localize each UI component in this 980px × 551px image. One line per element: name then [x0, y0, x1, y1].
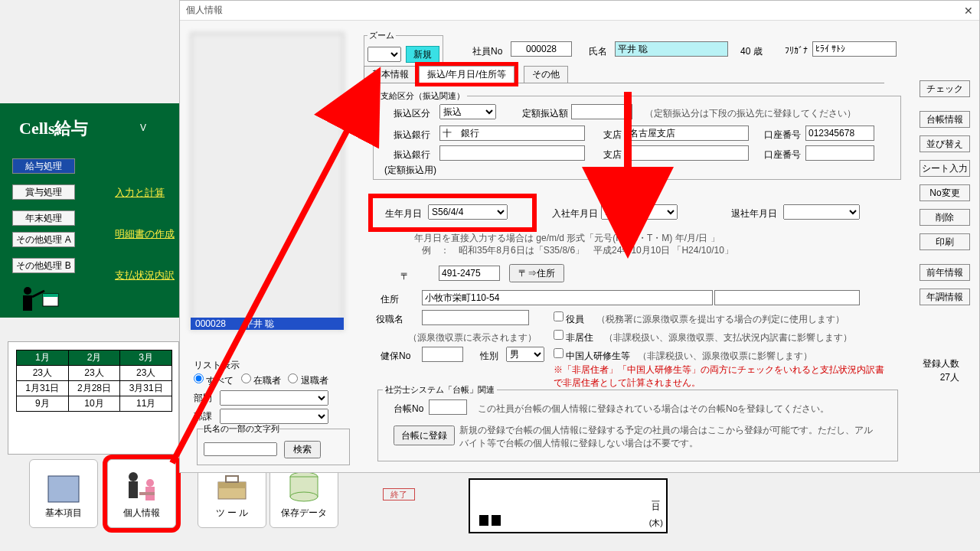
- zoom-group: ズーム 新規: [364, 30, 443, 67]
- fixed-amount-field[interactable]: [571, 104, 632, 119]
- building-icon: [44, 468, 83, 505]
- zip-to-addr-button[interactable]: 〒⇒住所: [509, 264, 564, 282]
- svg-rect-18: [218, 482, 246, 488]
- reg-count: 27人: [940, 371, 959, 384]
- svg-rect-13: [129, 481, 138, 498]
- dialog-titlebar: 個人情報 ✕: [180, 1, 979, 21]
- section-select[interactable]: [220, 409, 328, 424]
- name-field[interactable]: [615, 41, 728, 57]
- rbtn-sheet-input[interactable]: シート入力: [920, 160, 970, 177]
- svg-rect-8: [67, 481, 71, 485]
- dob-select[interactable]: S56/4/4: [428, 204, 508, 220]
- btn-personal-info[interactable]: 個人情報: [107, 459, 176, 528]
- list-filter-label: リスト表示: [194, 359, 347, 372]
- zip-label: 〒: [400, 270, 410, 283]
- tab-basic[interactable]: 基本情報: [364, 66, 417, 83]
- svg-rect-11: [67, 488, 71, 493]
- bank2-field[interactable]: [439, 145, 585, 161]
- svg-rect-3: [23, 295, 32, 311]
- addr2-field[interactable]: [714, 290, 860, 305]
- branch1-field[interactable]: [626, 126, 749, 141]
- svg-point-22: [290, 492, 318, 501]
- hire-label: 入社年月日: [552, 207, 598, 220]
- zoom-select[interactable]: [368, 47, 401, 62]
- app-title: Cells給与: [19, 117, 88, 140]
- tab-bank-date-addr[interactable]: 振込/年月日/住所等: [419, 66, 514, 83]
- bank1-field[interactable]: [439, 126, 585, 141]
- side-btn-bonus[interactable]: 賞与処理: [12, 184, 75, 200]
- svg-rect-16: [139, 492, 155, 495]
- link-meisai[interactable]: 明細書の作成: [115, 227, 175, 241]
- radio-active[interactable]: 在職者: [241, 375, 281, 386]
- side-btn-other-b[interactable]: その他処理 B: [12, 258, 75, 273]
- retire-select[interactable]: [783, 204, 860, 220]
- rbtn-check[interactable]: チェック: [920, 80, 970, 97]
- name-search-input[interactable]: [204, 442, 277, 456]
- addr-field[interactable]: [422, 290, 713, 305]
- toolbox-icon: [212, 468, 252, 505]
- yakuin-check[interactable]: [554, 311, 564, 321]
- name-search-group: 氏名の一部の文字列 検索: [197, 423, 350, 465]
- side-btn-yearend[interactable]: 年末処理: [12, 210, 75, 226]
- pay-kubun-select[interactable]: 振込: [439, 104, 496, 119]
- rbtn-print[interactable]: 印刷: [920, 233, 970, 250]
- side-btn-salary[interactable]: 給与処理: [12, 158, 75, 174]
- rbtn-no-change[interactable]: No変更: [920, 184, 970, 201]
- close-icon[interactable]: ✕: [964, 5, 973, 17]
- kenpo-label: 健保No: [381, 350, 410, 363]
- end-button[interactable]: 終了: [383, 488, 415, 500]
- search-button[interactable]: 検索: [284, 441, 321, 458]
- new-button[interactable]: 新規: [406, 46, 439, 63]
- btn-basic-items[interactable]: 基本項目: [29, 459, 98, 528]
- svg-point-12: [129, 472, 138, 481]
- rbtn-delete[interactable]: 削除: [920, 209, 970, 226]
- app-version: V: [140, 122, 146, 133]
- person-info-dialog: 個人情報 ✕ 000028 平井 聡 リスト表示 すべて 在職者 退職者 部門 …: [179, 0, 980, 473]
- employee-list[interactable]: [191, 33, 344, 330]
- people-icon: [122, 468, 162, 505]
- acct2-field[interactable]: [805, 145, 874, 161]
- svg-point-14: [146, 479, 154, 487]
- daicho-no-field[interactable]: [429, 399, 467, 415]
- acct1-field[interactable]: [805, 126, 874, 141]
- rbtn-sort[interactable]: 並び替え: [920, 135, 970, 152]
- daicho-register-button[interactable]: 台帳に登録: [394, 425, 455, 445]
- name-label: 氏名: [589, 45, 607, 58]
- svg-rect-1: [43, 294, 58, 297]
- empno-field[interactable]: [511, 41, 572, 57]
- tab-other[interactable]: その他: [524, 66, 568, 83]
- kenpo-field[interactable]: [422, 347, 463, 362]
- link-input-calc[interactable]: 入力と計算: [115, 186, 165, 200]
- observer-icon: [17, 277, 59, 317]
- empno-label: 社員No: [472, 45, 502, 58]
- link-shiharai[interactable]: 支払状況内訳: [115, 269, 175, 282]
- svg-rect-7: [59, 481, 64, 485]
- title-field[interactable]: [422, 310, 529, 325]
- daicho-group: 社労士システム「台帳」関連 台帳No この社員が台帳の個人情報に登録されている場…: [377, 390, 898, 461]
- branch2-field[interactable]: [626, 145, 749, 161]
- rbtn-daicho-info[interactable]: 台帳情報: [920, 111, 970, 128]
- calendar-table: 1月2月3月 23人23人23人 1月31日2月28日3月31日 9月10月11…: [16, 350, 172, 412]
- hikyoju-check[interactable]: [554, 330, 564, 340]
- radio-all[interactable]: すべて: [194, 375, 234, 386]
- zip-field[interactable]: [439, 266, 500, 281]
- sex-label: 性別: [480, 350, 498, 363]
- database-icon: [284, 468, 324, 505]
- hire-select[interactable]: H17/8/21: [601, 204, 678, 220]
- kenshu-check[interactable]: [554, 348, 564, 358]
- kana-field[interactable]: [812, 41, 897, 57]
- retire-label: 退社年月日: [731, 207, 777, 220]
- addr-label: 住所: [381, 293, 399, 306]
- title-label: 役職名: [376, 313, 403, 326]
- dept-select[interactable]: [220, 390, 328, 406]
- rbtn-nencho[interactable]: 年調情報: [920, 289, 970, 305]
- payment-group: 支給区分（振込関連） 振込区分 振込 定額振込額 （定額振込分は下段の振込先に登…: [373, 96, 901, 180]
- age-text: 40 歳: [740, 45, 763, 58]
- side-btn-other-a[interactable]: その他処理 A: [12, 232, 75, 247]
- list-filter: リスト表示 すべて 在職者 退職者 部門 部課: [194, 359, 347, 424]
- sex-select[interactable]: 男: [506, 347, 544, 362]
- svg-rect-9: [51, 488, 56, 493]
- rbtn-prev-year[interactable]: 前年情報: [920, 264, 970, 281]
- radio-retired[interactable]: 退職者: [288, 375, 328, 386]
- employee-list-selected[interactable]: 000028 平井 聡: [191, 318, 344, 330]
